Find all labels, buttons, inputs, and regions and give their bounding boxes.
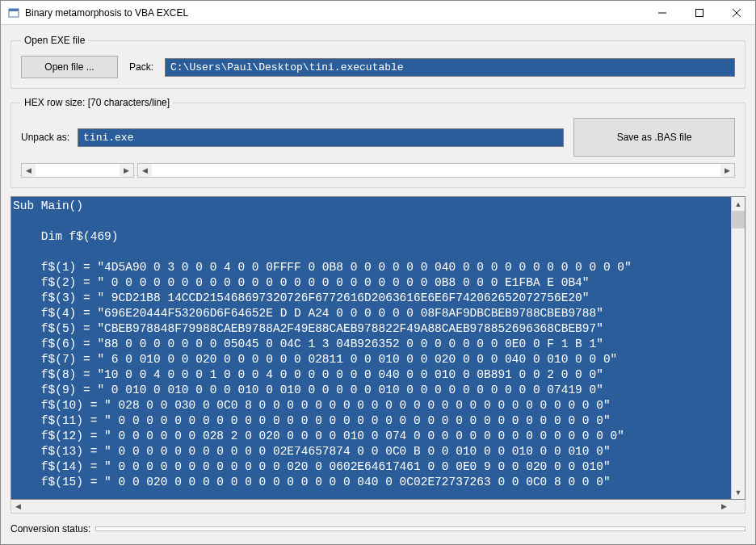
hex-scroll-small[interactable]: ◀ ▶ [21,163,134,178]
scroll-right-icon[interactable]: ▶ [720,164,734,177]
scroll-corner [731,500,745,513]
code-area: Sub Main() Dim f$(469) f$(1) = "4D5A90 0… [10,196,746,514]
maximize-button[interactable] [681,1,718,24]
hex-legend: HEX row size: [70 characters/line] [21,97,173,108]
hex-scroll-large[interactable]: ◀ ▶ [137,163,735,178]
hex-top-row: Unpack as: tini.exe Save as .BAS file [21,118,735,157]
pack-label: Pack: [129,61,153,73]
scroll-track[interactable] [36,164,120,177]
app-window: Binary metamorphosis to VBA EXCEL Open E… [0,0,756,545]
scroll-track[interactable] [25,500,717,513]
status-row: Conversion status: [10,522,746,535]
scroll-left-icon[interactable]: ◀ [11,500,25,513]
titlebar: Binary metamorphosis to VBA EXCEL [1,1,755,25]
hex-scroll-row: ◀ ▶ ◀ ▶ [21,163,735,178]
scroll-track[interactable] [732,211,745,485]
save-bas-button[interactable]: Save as .BAS file [573,118,735,157]
app-icon [7,6,20,19]
scroll-left-icon[interactable]: ◀ [138,164,152,177]
unpack-label: Unpack as: [21,132,69,143]
pack-path-field[interactable]: C:\Users\Paul\Desktop\tini.executable [165,58,735,77]
svg-rect-1 [9,9,19,11]
scroll-right-icon[interactable]: ▶ [120,164,133,177]
scroll-track[interactable] [152,164,720,177]
open-exe-group: Open EXE file Open file ... Pack: C:\Use… [10,35,746,89]
unpack-field[interactable]: tini.exe [78,128,564,147]
scroll-left-icon[interactable]: ◀ [22,164,36,177]
code-box: Sub Main() Dim f$(469) f$(1) = "4D5A90 0… [10,196,746,500]
code-text[interactable]: Sub Main() Dim f$(469) f$(1) = "4D5A90 0… [11,197,731,499]
scroll-down-icon[interactable]: ▼ [732,485,745,499]
window-controls [644,1,755,24]
open-row: Open file ... Pack: C:\Users\Paul\Deskto… [21,56,735,78]
minimize-button[interactable] [644,1,681,24]
hex-group: HEX row size: [70 characters/line] Unpac… [10,97,746,188]
open-exe-legend: Open EXE file [21,35,88,46]
svg-rect-3 [696,9,704,16]
open-file-button[interactable]: Open file ... [21,56,118,78]
vertical-scrollbar[interactable]: ▲ ▼ [731,197,745,499]
client-area: Open EXE file Open file ... Pack: C:\Use… [1,25,755,544]
horizontal-scrollbar[interactable]: ◀ ▶ [10,500,746,514]
scroll-right-icon[interactable]: ▶ [717,500,731,513]
status-progress [95,526,746,531]
close-button[interactable] [718,1,755,24]
window-title: Binary metamorphosis to VBA EXCEL [25,7,644,19]
scroll-thumb[interactable] [732,211,745,228]
scroll-up-icon[interactable]: ▲ [732,197,745,211]
status-label: Conversion status: [10,523,90,535]
unpack-group: Unpack as: tini.exe [21,128,564,147]
